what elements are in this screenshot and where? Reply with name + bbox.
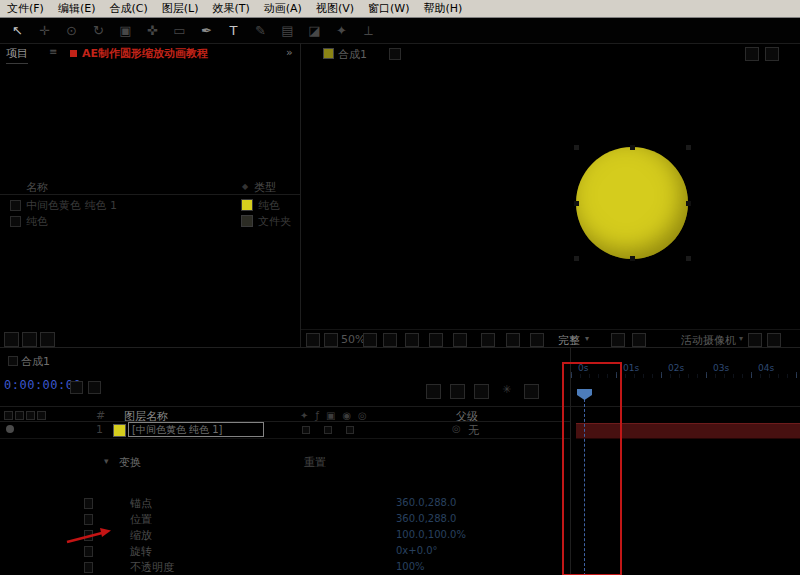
timeline-tab-icon <box>8 356 18 366</box>
menu-window[interactable]: 窗口(W) <box>361 0 416 17</box>
selection-handle[interactable] <box>686 256 691 261</box>
motion-blur-button[interactable] <box>474 384 489 399</box>
panel-overflow-icon[interactable]: » <box>286 46 293 59</box>
transform-reset-link[interactable]: 重置 <box>304 455 326 470</box>
eye-icon[interactable] <box>6 425 14 433</box>
brush-tool-icon[interactable]: ✎ <box>253 23 268 38</box>
target-region-button[interactable] <box>611 333 625 347</box>
snapshot-button[interactable] <box>324 333 338 347</box>
twirl-down-icon[interactable]: ▾ <box>104 456 109 466</box>
selection-handle[interactable] <box>630 145 635 150</box>
brainstorm-icon[interactable]: ✳ <box>502 383 511 396</box>
transform-group-label[interactable]: 变换 <box>119 455 141 470</box>
camera-view-dropdown[interactable]: 活动摄像机 <box>681 333 736 348</box>
tab-composition-viewer[interactable]: 合成1 <box>338 47 367 62</box>
selection-handle[interactable] <box>686 201 691 206</box>
delete-item-button[interactable] <box>40 332 55 347</box>
selection-tool-icon[interactable]: ↖ <box>10 23 25 38</box>
property-value[interactable]: 360.0,288.0 <box>396 513 456 524</box>
axis-mode-tool-icon[interactable]: ⟂ <box>361 23 376 39</box>
stopwatch-icon[interactable] <box>84 498 93 509</box>
tab-project[interactable]: 项目 <box>6 46 28 64</box>
rotate-tool-icon[interactable]: ↻ <box>91 23 106 38</box>
project-col-type[interactable]: 类型 <box>254 180 276 195</box>
always-preview-button[interactable] <box>306 333 320 347</box>
transform-group-row[interactable]: ▾ 变换 重置 <box>0 454 570 470</box>
stopwatch-icon[interactable] <box>84 562 93 573</box>
new-folder-button[interactable] <box>4 332 19 347</box>
selection-handle[interactable] <box>574 256 579 261</box>
property-value[interactable]: 360.0,288.0 <box>396 497 456 508</box>
exposure-button[interactable] <box>506 333 520 347</box>
selection-handle[interactable] <box>686 145 691 150</box>
project-item-row[interactable]: 中间色黄色 纯色 1 纯色 <box>0 197 300 213</box>
frame-blend-button[interactable] <box>450 384 465 399</box>
pickwhip-icon[interactable]: ◎ <box>452 423 461 434</box>
grid-button[interactable] <box>383 333 397 347</box>
transparency-grid-button[interactable] <box>453 333 467 347</box>
fast-preview-button[interactable] <box>767 333 781 347</box>
puppet-tool-icon[interactable]: ✦ <box>334 23 349 38</box>
camera-tool-icon[interactable]: ▣ <box>118 23 133 38</box>
pan-behind-tool-icon[interactable]: ✜ <box>145 23 160 38</box>
property-value[interactable]: 100.0,100.0% <box>396 529 466 540</box>
menu-animation[interactable]: 动画(A) <box>257 0 309 17</box>
zoom-tool-icon[interactable]: ⊙ <box>64 23 79 38</box>
folder-item-icon <box>10 216 21 227</box>
viewer-lock-icon[interactable] <box>389 48 401 60</box>
region-of-interest-button[interactable] <box>481 333 495 347</box>
menu-edit[interactable]: 编辑(E) <box>51 0 103 17</box>
menu-view[interactable]: 视图(V) <box>309 0 361 17</box>
resolution-dropdown[interactable]: 完整 <box>558 333 580 348</box>
label-color-chip[interactable] <box>241 215 253 227</box>
hand-tool-icon[interactable]: ✛ <box>37 23 52 38</box>
annotation-bullet-icon <box>70 50 77 57</box>
layer-effects-switch[interactable] <box>324 426 332 434</box>
menu-effect[interactable]: 效果(T) <box>205 0 256 17</box>
panel-menu-icon[interactable]: ≡ <box>49 46 57 57</box>
layer-color-swatch[interactable] <box>113 424 126 437</box>
yellow-circle-layer[interactable] <box>576 147 688 259</box>
layer-motion-blur-switch[interactable] <box>346 426 354 434</box>
auto-keyframe-button[interactable] <box>524 384 539 399</box>
mini-flowchart-button[interactable] <box>88 381 101 394</box>
menu-help[interactable]: 帮助(H) <box>416 0 469 17</box>
layer-name[interactable]: [中间色黄色 纯色 1] <box>128 422 264 437</box>
eraser-tool-icon[interactable]: ◪ <box>307 23 322 38</box>
type-tool-icon[interactable]: T <box>226 23 241 38</box>
view-layout-button[interactable] <box>748 333 762 347</box>
property-row-opacity[interactable]: 不透明度 100% <box>0 559 570 575</box>
workspace-button-1[interactable] <box>745 47 759 61</box>
property-value[interactable]: 0x+0.0° <box>396 545 438 556</box>
menu-composition[interactable]: 合成(C) <box>102 0 154 17</box>
ruler-label: 03s <box>713 363 729 373</box>
selection-handle[interactable] <box>574 201 579 206</box>
shy-layers-button[interactable] <box>426 384 441 399</box>
background-color-button[interactable] <box>632 333 646 347</box>
solo-column-icon <box>26 411 35 420</box>
zoom-level-dropdown[interactable]: 50% <box>341 333 365 346</box>
layer-row[interactable]: 1 [中间色黄色 纯色 1] ◎ 无 <box>0 422 570 439</box>
project-item-row[interactable]: 纯色 文件夹 <box>0 213 300 229</box>
layer-quality-switch[interactable] <box>302 426 310 434</box>
new-composition-button[interactable] <box>22 332 37 347</box>
menu-file[interactable]: 文件(F) <box>0 0 51 17</box>
channel-button[interactable] <box>429 333 443 347</box>
search-field[interactable] <box>70 381 83 394</box>
property-row-anchor[interactable]: 锚点 360.0,288.0 <box>0 495 570 511</box>
parent-dropdown[interactable]: 无 <box>468 423 479 438</box>
safe-frames-button[interactable] <box>363 333 377 347</box>
pen-tool-icon[interactable]: ✒ <box>199 23 214 38</box>
workspace-button-2[interactable] <box>765 47 779 61</box>
menu-layer[interactable]: 图层(L) <box>155 0 206 17</box>
timecode-button[interactable] <box>530 333 544 347</box>
project-col-name[interactable]: 名称 <box>26 180 48 195</box>
tab-timeline-composition[interactable]: 合成1 <box>21 354 50 369</box>
shape-tool-icon[interactable]: ▭ <box>172 23 187 38</box>
property-value[interactable]: 100% <box>396 561 425 572</box>
label-color-chip[interactable] <box>241 199 253 211</box>
selection-handle[interactable] <box>574 145 579 150</box>
clone-stamp-tool-icon[interactable]: ▤ <box>280 23 295 38</box>
mask-visibility-button[interactable] <box>405 333 419 347</box>
selection-handle[interactable] <box>630 256 635 261</box>
